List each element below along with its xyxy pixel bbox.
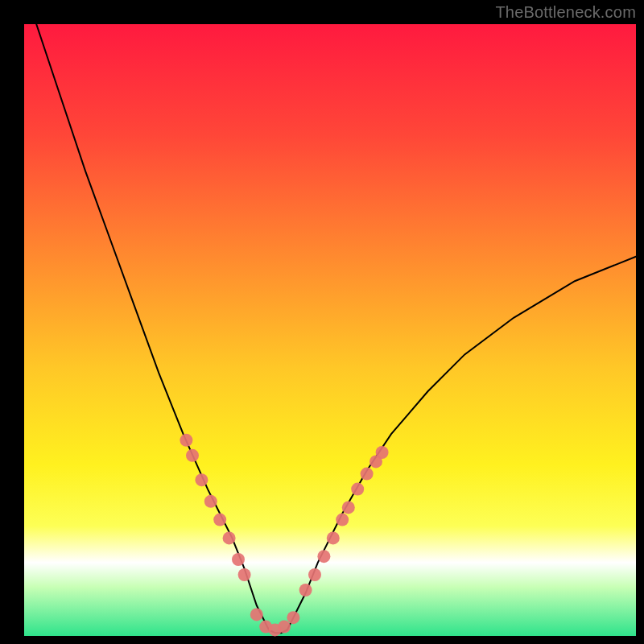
marker-point bbox=[195, 473, 208, 486]
marker-point bbox=[223, 531, 236, 544]
marker-point bbox=[351, 483, 364, 496]
marker-point bbox=[342, 501, 355, 514]
marker-point bbox=[278, 621, 291, 634]
marker-point bbox=[317, 550, 330, 563]
watermark-text: TheBottleneck.com bbox=[495, 3, 636, 22]
marker-point bbox=[232, 553, 245, 566]
marker-point bbox=[299, 584, 312, 597]
marker-point bbox=[180, 434, 192, 447]
marker-point bbox=[213, 514, 226, 526]
marker-point bbox=[186, 449, 199, 462]
marker-point bbox=[250, 608, 263, 621]
marker-point bbox=[336, 514, 349, 526]
marker-point bbox=[308, 568, 321, 581]
marker-point bbox=[376, 446, 389, 459]
marker-point bbox=[327, 531, 340, 544]
marker-point bbox=[238, 568, 251, 581]
plot-background bbox=[24, 24, 636, 636]
marker-point bbox=[204, 495, 217, 508]
chart-stage: TheBottleneck.com bbox=[0, 0, 644, 644]
bottleneck-plot bbox=[0, 0, 644, 644]
marker-point bbox=[287, 611, 299, 624]
marker-point bbox=[361, 468, 374, 481]
